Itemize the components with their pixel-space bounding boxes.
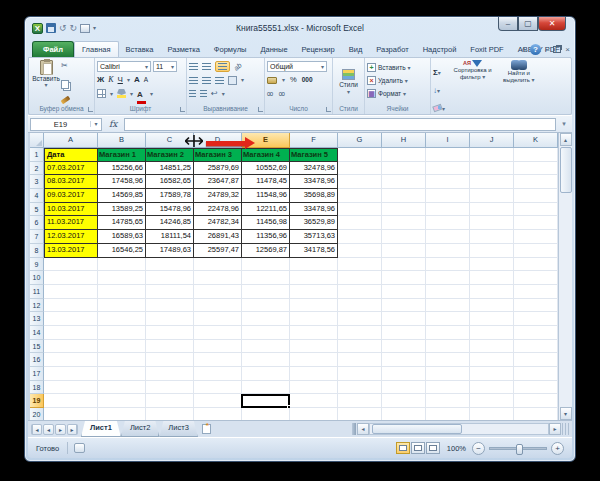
cell-D9[interactable]	[194, 258, 242, 272]
wrap-text-icon[interactable]: ↩	[211, 89, 218, 99]
cell-H11[interactable]	[382, 285, 426, 299]
cell-E9[interactable]	[242, 258, 290, 272]
cell-C13[interactable]	[146, 312, 194, 326]
format-cells-button[interactable]: ▦Формат▾	[367, 87, 428, 100]
scroll-down-icon[interactable]: ▾	[560, 407, 572, 420]
sheet-tab-Лист3[interactable]: Лист3	[159, 421, 197, 437]
cell-E7[interactable]: 11356,96	[242, 230, 290, 244]
cell-G18[interactable]	[338, 381, 382, 395]
cell-B8[interactable]: 16546,25	[98, 244, 146, 258]
delete-cells-button[interactable]: ×Удалить▾	[367, 74, 428, 87]
cell-I15[interactable]	[426, 340, 470, 354]
column-header-K[interactable]: K	[514, 133, 558, 148]
cell-B20[interactable]	[98, 408, 146, 420]
tab-split-handle[interactable]	[352, 423, 356, 435]
cell-J1[interactable]	[470, 148, 514, 162]
cell-G6[interactable]	[338, 216, 382, 230]
column-header-G[interactable]: G	[338, 133, 382, 148]
cell-H3[interactable]	[382, 175, 426, 189]
cell-B16[interactable]	[98, 353, 146, 367]
cell-H19[interactable]	[382, 394, 426, 408]
cell-B7[interactable]: 16589,63	[98, 230, 146, 244]
cell-J12[interactable]	[470, 299, 514, 313]
cell-C12[interactable]	[146, 299, 194, 313]
cell-B19[interactable]	[98, 394, 146, 408]
cell-G1[interactable]	[338, 148, 382, 162]
ribbon-tab-Разработ[interactable]: Разработ	[369, 42, 415, 57]
cell-B18[interactable]	[98, 381, 146, 395]
row-header-9[interactable]: 9	[30, 258, 44, 272]
cell-G17[interactable]	[338, 367, 382, 381]
cell-J16[interactable]	[470, 353, 514, 367]
macro-record-icon[interactable]	[74, 443, 85, 453]
cell-I5[interactable]	[426, 203, 470, 217]
doc-restore-icon[interactable]	[553, 46, 561, 53]
row-header-6[interactable]: 6	[30, 216, 44, 230]
cell-I6[interactable]	[426, 216, 470, 230]
horizontal-scroll-thumb[interactable]	[372, 424, 462, 434]
cell-F6[interactable]: 36529,89	[290, 216, 338, 230]
cell-K9[interactable]	[514, 258, 558, 272]
cell-K6[interactable]	[514, 216, 558, 230]
formula-bar-expand-icon[interactable]: ▾	[558, 120, 570, 128]
name-box-dropdown-icon[interactable]: ▾	[90, 121, 101, 127]
cell-B14[interactable]	[98, 326, 146, 340]
vertical-scroll-thumb[interactable]	[560, 147, 572, 193]
cell-J14[interactable]	[470, 326, 514, 340]
cell-C7[interactable]: 18111,54	[146, 230, 194, 244]
ribbon-tab-Надстрой[interactable]: Надстрой	[416, 42, 464, 57]
cell-C9[interactable]	[146, 258, 194, 272]
cell-B6[interactable]: 14785,65	[98, 216, 146, 230]
font-color-icon[interactable]: А	[137, 83, 146, 104]
cell-A17[interactable]	[44, 367, 98, 381]
cell-H20[interactable]	[382, 408, 426, 420]
cell-J4[interactable]	[470, 189, 514, 203]
ribbon-tab-Рецензир[interactable]: Рецензир	[295, 42, 342, 57]
ribbon-tab-Файл[interactable]: Файл	[32, 41, 74, 57]
cell-C8[interactable]: 17489,63	[146, 244, 194, 258]
cell-E4[interactable]: 11548,96	[242, 189, 290, 203]
increase-decimal-icon[interactable]: 00	[267, 91, 273, 97]
cell-J20[interactable]	[470, 408, 514, 420]
cell-H14[interactable]	[382, 326, 426, 340]
cell-I14[interactable]	[426, 326, 470, 340]
cell-E3[interactable]: 11478,45	[242, 175, 290, 189]
cell-I3[interactable]	[426, 175, 470, 189]
help-icon[interactable]: ?	[530, 44, 541, 55]
cell-A3[interactable]: 08.03.2017	[44, 175, 98, 189]
ribbon-tab-Главная[interactable]: Главная	[74, 41, 119, 57]
collapse-ribbon-icon[interactable]: ˄	[521, 45, 526, 55]
cell-G9[interactable]	[338, 258, 382, 272]
percent-style-button[interactable]: %	[290, 75, 297, 85]
cell-I16[interactable]	[426, 353, 470, 367]
cell-G8[interactable]	[338, 244, 382, 258]
underline-button[interactable]: Ч	[118, 75, 123, 85]
cell-B13[interactable]	[98, 312, 146, 326]
row-header-2[interactable]: 2	[30, 162, 44, 176]
cell-G15[interactable]	[338, 340, 382, 354]
page-break-view-icon[interactable]	[426, 442, 440, 454]
cell-C11[interactable]	[146, 285, 194, 299]
ribbon-tab-Разметка[interactable]: Разметка	[160, 42, 206, 57]
cell-K10[interactable]	[514, 271, 558, 285]
selected-cell[interactable]	[241, 394, 290, 409]
cell-B9[interactable]	[98, 258, 146, 272]
insert-cells-button[interactable]: +Вставить▾	[367, 61, 428, 74]
cell-K18[interactable]	[514, 381, 558, 395]
zoom-slider-thumb[interactable]	[516, 444, 523, 455]
cell-C14[interactable]	[146, 326, 194, 340]
cell-B5[interactable]: 13589,25	[98, 203, 146, 217]
cell-A13[interactable]	[44, 312, 98, 326]
cell-K1[interactable]	[514, 148, 558, 162]
next-sheet-icon[interactable]: ▸	[55, 424, 66, 435]
cell-D15[interactable]	[194, 340, 242, 354]
cell-J11[interactable]	[470, 285, 514, 299]
cell-K3[interactable]	[514, 175, 558, 189]
borders-icon[interactable]	[97, 89, 106, 98]
cell-F12[interactable]	[290, 299, 338, 313]
cell-G2[interactable]	[338, 162, 382, 176]
cell-A4[interactable]: 09.03.2017	[44, 189, 98, 203]
row-header-17[interactable]: 17	[30, 367, 44, 381]
cell-I19[interactable]	[426, 394, 470, 408]
cell-I17[interactable]	[426, 367, 470, 381]
